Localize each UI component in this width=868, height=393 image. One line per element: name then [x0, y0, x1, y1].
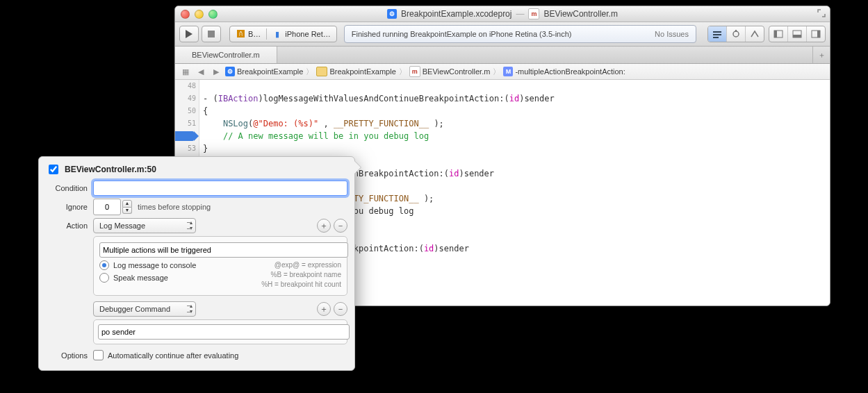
add-action-button[interactable]: ＋	[317, 219, 331, 233]
remove-action-button-2[interactable]: －	[334, 302, 347, 316]
action-label: Action	[46, 221, 88, 230]
code-text: // A new message will be in you debug lo…	[203, 130, 429, 142]
crumb-file[interactable]: m BEViewController.m	[409, 66, 491, 77]
ignore-label: Ignore	[46, 203, 88, 211]
code-line[interactable]: 52 // A new message will be in you debug…	[175, 130, 830, 142]
svg-rect-3	[713, 37, 719, 38]
navigator-panel-icon[interactable]	[769, 26, 788, 42]
jumpbar: ▦ ◀ ▶ ⚙ BreakpointExample 〉 BreakpointEx…	[175, 64, 830, 80]
svg-rect-9	[793, 35, 801, 37]
speak-message-label: Speak message	[113, 274, 168, 282]
legend-expression: @exp@ = expression	[261, 260, 341, 270]
crumb-file-label: BEViewController.m	[423, 67, 491, 76]
speak-message-radio[interactable]	[99, 273, 109, 283]
action-type-popup-2[interactable]: Debugger Command ▴▾	[93, 301, 196, 317]
svg-rect-1	[713, 31, 721, 33]
tab-label: BEViewController.m	[192, 51, 260, 59]
code-text: - (IBAction)logMessageWithValuesAndConti…	[203, 92, 555, 105]
ignore-hint: times before stopping	[138, 203, 211, 211]
device-icon: ▮	[272, 29, 282, 39]
minimize-window-button[interactable]	[195, 10, 204, 19]
close-window-button[interactable]	[181, 10, 190, 19]
breakpoint-enabled-checkbox[interactable]	[49, 165, 58, 174]
crumb-symbol-label: -multipleActionBreakpointAction:	[515, 67, 625, 76]
ignore-stepper[interactable]: ▲▼	[122, 200, 132, 214]
log-message-action-body: Log message to console Speak message @ex…	[93, 236, 347, 296]
crumb-project[interactable]: ⚙ BreakpointExample	[225, 67, 303, 76]
window-title: ⚙ BreakpointExample.xcodeproj — m BEView…	[387, 8, 618, 19]
code-line[interactable]: 51 NSLog(@"Demo: (%s)" , __PRETTY_FUNCTI…	[175, 117, 830, 130]
app-icon: 🅰	[236, 29, 245, 39]
editor-mode-selector[interactable]	[707, 26, 764, 42]
code-text: }	[203, 142, 208, 155]
title-separator: —	[516, 9, 524, 19]
project-title: BreakpointExample.xcodeproj	[401, 9, 511, 19]
scheme-selector[interactable]: 🅰 B… ▮ iPhone Ret…	[229, 26, 337, 42]
code-line[interactable]: 48	[175, 80, 830, 92]
forward-button[interactable]: ▶	[210, 67, 222, 76]
code-line[interactable]: 53}	[175, 142, 830, 155]
line-number[interactable]: 53	[175, 142, 199, 155]
version-editor-icon[interactable]	[746, 26, 764, 42]
crumb-project-label: BreakpointExample	[237, 67, 303, 76]
legend-bpname: %B = breakpoint name	[261, 270, 341, 280]
zoom-window-button[interactable]	[208, 10, 218, 19]
stop-button[interactable]	[202, 26, 221, 42]
options-label: Options	[46, 351, 88, 360]
condition-input[interactable]	[93, 181, 347, 196]
log-to-console-label: Log message to console	[113, 261, 196, 269]
crumb-group[interactable]: BreakpointExample	[316, 67, 395, 76]
breakpoint-marker[interactable]	[174, 131, 194, 141]
file-m-icon: m	[409, 66, 420, 77]
standard-editor-icon[interactable]	[708, 26, 727, 42]
code-text: NSLog(@"Demo: (%s)" , __PRETTY_FUNCTION_…	[203, 117, 444, 130]
auto-continue-label: Automatically continue after evaluating	[108, 351, 238, 360]
scheme-target: B…	[248, 30, 261, 38]
add-action-button-2[interactable]: ＋	[317, 302, 331, 316]
debugger-command-input[interactable]	[98, 324, 350, 340]
code-line[interactable]: 49- (IBAction)logMessageWithValuesAndCon…	[175, 92, 830, 105]
project-icon: ⚙	[225, 67, 235, 76]
tab-file[interactable]: BEViewController.m	[175, 47, 277, 63]
condition-label: Condition	[46, 184, 88, 192]
method-icon: M	[503, 67, 513, 76]
svg-point-4	[733, 31, 739, 37]
status-message: Finished running BreakpointExample on iP…	[352, 30, 655, 38]
back-button[interactable]: ◀	[195, 67, 207, 76]
assistant-editor-icon[interactable]	[727, 26, 746, 42]
log-message-input[interactable]	[99, 242, 348, 258]
line-number[interactable]: 49	[175, 92, 199, 105]
utilities-panel-icon[interactable]	[807, 26, 825, 42]
activity-status: Finished running BreakpointExample on iP…	[344, 25, 696, 43]
crumb-symbol[interactable]: M -multipleActionBreakpointAction:	[503, 67, 625, 76]
crumb-group-label: BreakpointExample	[329, 67, 395, 76]
breakpoint-editor-popover: BEViewController.m:50 Condition Ignore ▲…	[38, 156, 355, 371]
folder-icon	[316, 67, 327, 76]
remove-action-button[interactable]: －	[334, 219, 347, 233]
code-text: {	[203, 105, 208, 117]
svg-rect-5	[735, 30, 737, 32]
svg-rect-2	[713, 34, 721, 35]
action-type-popup-1[interactable]: Log Message ▴▾	[93, 218, 196, 233]
ignore-count-field[interactable]	[93, 199, 121, 215]
line-number[interactable]: 48	[175, 80, 199, 92]
auto-continue-checkbox[interactable]	[93, 350, 104, 360]
svg-rect-0	[208, 31, 215, 37]
new-tab-button[interactable]: ＋	[812, 47, 830, 63]
line-number[interactable]: 50	[175, 105, 199, 117]
status-badge: No Issues	[655, 30, 689, 38]
log-message-legend: @exp@ = expression %B = breakpoint name …	[261, 260, 341, 290]
project-icon: ⚙	[387, 9, 397, 19]
action-type-2-label: Debugger Command	[99, 305, 170, 313]
legend-hitcount: %H = breakpoint hit count	[261, 280, 341, 290]
breakpoint-location: BEViewController.m:50	[65, 165, 156, 174]
code-line[interactable]: 50{	[175, 105, 830, 117]
line-number[interactable]: 51	[175, 117, 199, 130]
log-to-console-radio[interactable]	[99, 260, 109, 270]
debug-panel-icon[interactable]	[788, 26, 807, 42]
action-type-1-label: Log Message	[99, 221, 145, 230]
fullscreen-icon[interactable]	[817, 9, 826, 19]
panel-visibility-selector[interactable]	[769, 26, 826, 42]
run-button[interactable]	[179, 26, 199, 42]
related-items-icon[interactable]: ▦	[179, 67, 192, 76]
